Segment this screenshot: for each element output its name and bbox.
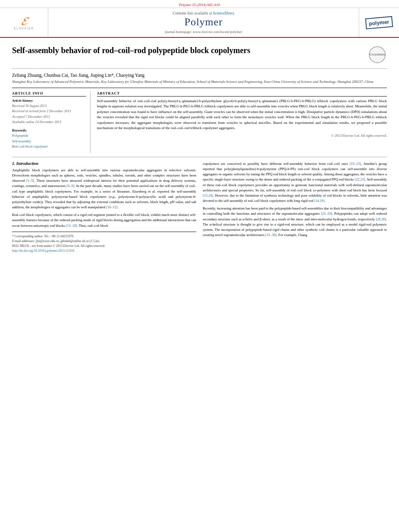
sciencedirect-prefix: Contents lists available at (173, 11, 212, 15)
section-title-text: Introduction (16, 161, 39, 166)
article-title-section: Self-assembly behavior of rod–coil–rod p… (12, 45, 387, 69)
keywords-label: Keywords: (12, 128, 86, 132)
ref-10-12[interactable]: [10–12] (106, 205, 117, 209)
ref-19-23[interactable]: [19–23] (350, 162, 361, 166)
section-number: 1. (12, 161, 15, 166)
email-addresses: jlin@ecust.edu.cn, jplinlab@online.sh.cn… (36, 239, 100, 243)
ref-22-23[interactable]: [22,23] (355, 177, 365, 181)
ref-29-30[interactable]: [29,30] (376, 217, 386, 221)
sciencedirect-link[interactable]: ScienceDirect (213, 11, 234, 15)
journal-header: 𝓔 ELSEVIER Contents lists available at S… (0, 8, 399, 38)
elsevier-icon: 𝓔 (21, 16, 27, 27)
ref-31-36[interactable]: [31–36] (265, 233, 277, 237)
keywords-group: Keywords: Polypeptide Self-assembly Rod–… (12, 128, 86, 150)
article-info-heading: ARTICLE INFO (12, 91, 86, 97)
corresponding-author-note: * Corresponding author. Tel.: +86 21 642… (12, 234, 196, 239)
right-intro-paragraph-1: copolymers are conceived to possibly hav… (203, 161, 387, 204)
email-label: E-mail addresses: (12, 239, 35, 243)
affiliation: Shanghai Key Laboratory of Advanced Poly… (12, 79, 387, 84)
keyword-3: Rod–coil block copolymer (12, 144, 86, 150)
doi-note: http://dx.doi.org/10.1016/j.polymer.2013… (12, 249, 196, 253)
abstract-column: ABSTRACT Self-assembly behavior of rod–c… (97, 91, 387, 153)
ref-1-5[interactable]: [1–5] (26, 179, 34, 183)
article-container: Self-assembly behavior of rod–coil–rod p… (0, 38, 399, 257)
introduction-heading: 1. Introduction (12, 161, 196, 166)
accepted-date: Accepted 7 December 2013 (12, 114, 86, 120)
ref-25-29[interactable]: [25–29] (321, 212, 332, 216)
issn-note: 0032-3861/$ – see front matter © 2013 El… (12, 244, 196, 249)
journal-url: journal homepage: www.elsevier.com/locat… (165, 30, 242, 34)
article-history-group: Article history: Received 30 August 2013… (12, 99, 86, 125)
elsevier-logo-area: 𝓔 ELSEVIER (0, 8, 48, 37)
crossmark-label: CrossMark (370, 53, 385, 57)
doi-link[interactable]: http://dx.doi.org/10.1016/j.polymer.2013… (12, 249, 74, 253)
history-label: Article history: (12, 99, 86, 103)
crossmark-icon: CrossMark (369, 46, 386, 63)
intro-paragraph-2: Rod–coil block copolymers, which consist… (12, 212, 196, 228)
article-info-column: ARTICLE INFO Article history: Received 3… (12, 91, 90, 153)
ref-14-19[interactable]: [14,19] (314, 199, 325, 203)
abstract-text: Self-assembly behavior of rod–coil–rod p… (97, 99, 387, 131)
abstract-heading: ABSTRACT (97, 91, 387, 97)
info-abstract-section: ARTICLE INFO Article history: Received 3… (12, 88, 387, 153)
body-right-col: copolymers are conceived to possibly hav… (203, 161, 387, 253)
top-banner: Polymer 55 (2014) 602–610 (0, 0, 399, 8)
copyright-line: © 2013 Elsevier Ltd. All rights reserved… (97, 134, 387, 138)
ref-6-9[interactable]: [6–9] (67, 184, 74, 188)
journal-title-area: Contents lists available at ScienceDirec… (48, 8, 359, 37)
authors-text: Zeliang Zhuang, Chunhua Cai, Tao Jiang, … (12, 73, 144, 78)
keyword-1: Polypeptide (12, 133, 86, 139)
elsevier-logo-block: 𝓔 ELSEVIER (14, 16, 34, 30)
article-title: Self-assembly behavior of rod–coil–rod p… (12, 45, 250, 55)
right-intro-paragraph-2: Recently, increasing attention has been … (203, 206, 387, 238)
email-note: E-mail addresses: jlin@ecust.edu.cn, jpl… (12, 239, 196, 244)
journal-name: Polymer (184, 16, 222, 28)
available-online-date: Available online 14 December 2013 (12, 119, 86, 125)
body-section: 1. Introduction Amphiphilic block copoly… (12, 157, 387, 253)
received-revised-date: Received in revised form 2 December 2013 (12, 109, 86, 114)
ref-13-24[interactable]: [13,24] (203, 193, 213, 197)
authors-line: Zeliang Zhuang, Chunhua Cai, Tao Jiang, … (12, 73, 387, 78)
polymer-logo: polymer (365, 16, 393, 29)
footnote-section: * Corresponding author. Tel.: +86 21 642… (12, 232, 196, 253)
polymer-logo-area: polymer (359, 8, 399, 37)
sciencedirect-line: Contents lists available at ScienceDirec… (173, 11, 234, 15)
ref-13-18[interactable]: [13–18] (66, 224, 77, 228)
keyword-2: Self-assembly (12, 139, 86, 144)
crossmark-badge: CrossMark (368, 45, 387, 64)
body-left-col: 1. Introduction Amphiphilic block copoly… (12, 161, 196, 253)
received-date: Received 30 August 2013 (12, 103, 86, 109)
elsevier-wordmark: ELSEVIER (14, 27, 34, 30)
intro-paragraph-1: Amphiphilic block copolymers are able to… (12, 168, 196, 210)
journal-reference: Polymer 55 (2014) 602–610 (179, 3, 220, 7)
